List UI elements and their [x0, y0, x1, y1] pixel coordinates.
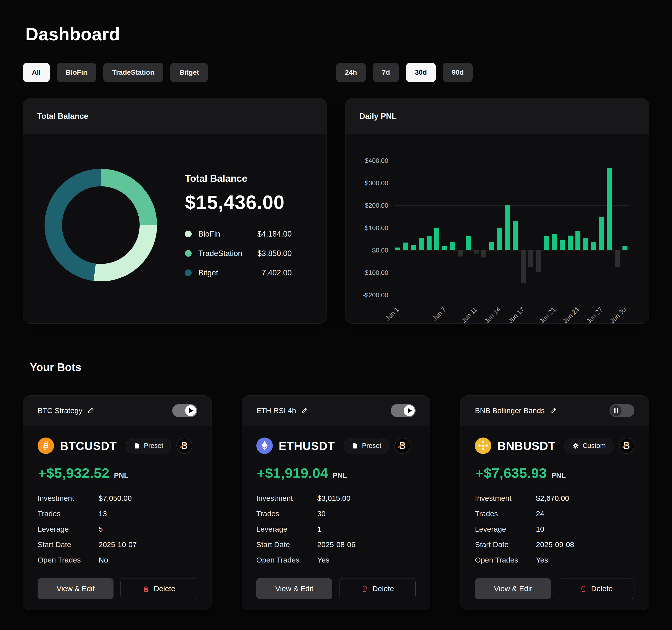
stat-row: Start Date2025-08-06	[256, 540, 416, 549]
preset-badge[interactable]: Preset	[126, 438, 171, 453]
bar-slot	[409, 161, 417, 295]
edit-pencil-icon[interactable]	[301, 406, 309, 415]
stat-value: $2,670.00	[536, 494, 569, 503]
bnb-coin-icon	[475, 438, 491, 454]
bot-enabled-toggle[interactable]	[609, 404, 634, 417]
stat-row: Open TradesYes	[475, 556, 634, 564]
stat-row: Investment$7,050.00	[38, 494, 197, 503]
stat-row: Investment$2,670.00	[475, 494, 634, 503]
blofin-exchange-badge[interactable]: B	[394, 438, 410, 454]
bar-slot	[598, 161, 605, 295]
x-axis-label: Jun 11	[451, 306, 479, 324]
bar-slot	[566, 161, 574, 295]
bar-slot	[535, 161, 543, 295]
delete-button[interactable]: Delete	[120, 578, 197, 599]
bots-row: BTC Strategy B BTCUSDT Preset	[23, 395, 649, 610]
pnl-bar-negative	[528, 250, 533, 267]
bar-slot	[425, 161, 433, 295]
stat-row: Start Date2025-09-08	[475, 540, 634, 549]
delete-label: Delete	[372, 584, 394, 593]
edit-pencil-icon[interactable]	[549, 406, 558, 415]
bar-slot	[590, 161, 598, 295]
stat-row: Leverage10	[475, 525, 634, 533]
btc-coin-icon: B	[38, 438, 54, 454]
y-axis-label: -$100.00	[363, 269, 388, 277]
pnl-bar-positive	[575, 231, 580, 250]
pnl-row: +$5,932.52 PNL	[38, 465, 197, 481]
stat-row: Trades30	[256, 510, 416, 518]
bar-slot	[441, 161, 449, 295]
view-edit-button[interactable]: View & Edit	[256, 578, 332, 599]
pnl-bar-positive	[489, 242, 494, 250]
stat-row: Trades13	[38, 510, 197, 518]
pnl-ylabels: $400.00$300.00$200.00$100.00$0.00-$100.0…	[354, 161, 394, 295]
stat-label: Start Date	[475, 540, 536, 549]
filter-blofin[interactable]: BloFin	[57, 63, 96, 82]
daily-pnl-card: Daily PNL $400.00$300.00$200.00$100.00$0…	[345, 98, 649, 324]
pnl-bar-positive	[583, 238, 589, 251]
stat-value: 10	[536, 525, 544, 533]
total-balance-card: Total Balance Total Balance $15,436.00 B…	[23, 98, 327, 324]
stat-label: Open Trades	[475, 556, 536, 564]
stat-row: Open TradesNo	[38, 556, 197, 564]
bot-enabled-toggle[interactable]	[172, 404, 197, 417]
bar-slot	[605, 161, 614, 295]
blofin-exchange-badge[interactable]: B	[619, 438, 634, 454]
pnl-row: +$7,635.93 PNL	[475, 465, 634, 481]
range-7d[interactable]: 7d	[373, 63, 399, 82]
bar-slot	[621, 161, 629, 295]
delete-button[interactable]: Delete	[339, 578, 416, 599]
bot-name: ETH RSI 4h	[256, 406, 296, 415]
y-axis-label: $300.00	[365, 179, 388, 187]
trash-icon	[580, 585, 587, 592]
y-axis-label: $0.00	[372, 247, 388, 254]
pnl-bar-negative	[474, 250, 479, 254]
bar-slot	[504, 161, 511, 295]
bar-slot	[496, 161, 504, 295]
preset-badge[interactable]: Preset	[344, 438, 389, 453]
bot-enabled-toggle[interactable]	[391, 404, 416, 417]
pnl-bar-negative	[481, 250, 486, 257]
delete-button[interactable]: Delete	[558, 578, 634, 599]
bar-slot	[527, 161, 535, 295]
total-balance-card-body: Total Balance $15,436.00 BloFin $4,184.0…	[23, 134, 327, 324]
eth-coin-icon	[256, 438, 273, 454]
bot-card-btc: BTC Strategy B BTCUSDT Preset	[23, 395, 212, 610]
filter-tradestation[interactable]: TradeStation	[103, 63, 164, 82]
bar-slot	[488, 161, 496, 295]
range-30d[interactable]: 30d	[406, 63, 436, 82]
pnl-bar-positive	[544, 236, 549, 250]
x-axis-label: Jun 14	[474, 306, 502, 324]
pnl-bar-positive	[552, 234, 557, 250]
legend-value: $3,850.00	[257, 249, 292, 258]
page-title: Dashboard	[25, 24, 649, 44]
range-24h[interactable]: 24h	[336, 63, 366, 82]
pnl-bar-positive	[418, 238, 424, 251]
bar-slot	[472, 161, 480, 295]
stat-value: No	[99, 556, 108, 564]
bar-slot	[464, 161, 472, 295]
stat-row: Trades24	[475, 510, 634, 518]
bot-actions: View & Edit Delete	[475, 578, 634, 599]
edit-pencil-icon[interactable]	[87, 406, 95, 415]
range-90d[interactable]: 90d	[443, 63, 473, 82]
custom-badge[interactable]: Custom	[565, 438, 614, 453]
pair-name: ETHUSDT	[279, 439, 335, 453]
bots-heading: Your Bots	[30, 361, 649, 374]
stat-value: 13	[99, 510, 107, 518]
stat-value: 2025-10-07	[99, 540, 137, 549]
daily-pnl-card-header: Daily PNL	[345, 98, 649, 134]
stat-row: Leverage1	[256, 525, 416, 533]
filter-all[interactable]: All	[23, 63, 50, 82]
stat-label: Open Trades	[38, 556, 99, 564]
view-edit-button[interactable]: View & Edit	[38, 578, 114, 599]
legend-row-tradestation: TradeStation $3,850.00	[185, 249, 292, 258]
view-edit-button[interactable]: View & Edit	[475, 578, 551, 599]
pnl-bar-negative	[458, 250, 463, 256]
y-axis-label: $400.00	[365, 157, 388, 165]
bot-actions: View & Edit Delete	[38, 578, 197, 599]
bars-container	[394, 161, 629, 295]
filter-bitget[interactable]: Bitget	[170, 63, 208, 82]
blofin-exchange-badge[interactable]: B	[176, 438, 192, 454]
x-axis-label: Jun 30	[599, 306, 628, 324]
